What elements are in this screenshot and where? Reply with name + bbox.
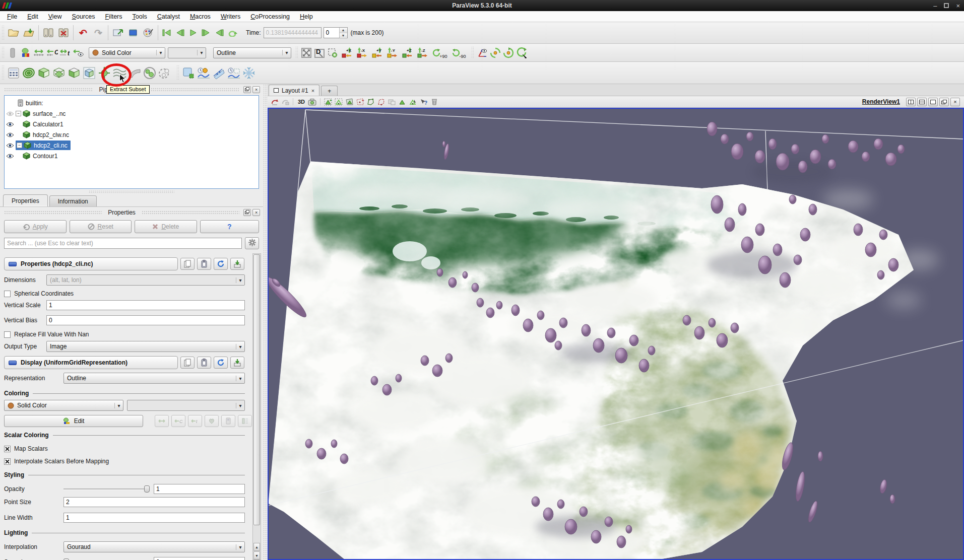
vertical-bias-field[interactable] <box>46 315 245 325</box>
calculator-filter-button[interactable] <box>6 65 21 81</box>
render-viewport[interactable] <box>268 108 964 560</box>
rescale-data-range-mini-button[interactable] <box>155 415 169 427</box>
rescale-over-time-mini-button[interactable]: t <box>188 415 202 427</box>
show-center-button[interactable] <box>515 46 528 59</box>
menu-macros[interactable]: Macros <box>185 12 216 22</box>
extract-subset-filter-button[interactable] <box>82 65 97 81</box>
select-block-button[interactable] <box>387 97 397 106</box>
show-color-legend-mini-button[interactable] <box>238 415 252 427</box>
paste-display-button[interactable] <box>197 357 211 369</box>
redo-button[interactable]: ↷ <box>91 25 106 40</box>
edit-color-map-button-panel[interactable]: Edit <box>4 415 143 427</box>
frame-spin-up-icon[interactable]: ▲ <box>340 28 347 33</box>
tree-collapse-icon[interactable]: − <box>16 111 21 116</box>
pipeline-item-builtin[interactable]: builtin: <box>5 98 259 108</box>
properties-close-button[interactable]: × <box>252 209 260 216</box>
plot-selection-over-time-button[interactable] <box>196 65 211 81</box>
split-vertical-button[interactable] <box>917 98 927 106</box>
apply-button[interactable]: Apply <box>4 220 67 233</box>
maximize-button[interactable] <box>944 3 949 8</box>
zoom-to-selection-button[interactable] <box>326 46 339 59</box>
reset-camera-button[interactable] <box>300 46 313 59</box>
set-view-plus-z-button[interactable]: +Z <box>400 45 415 60</box>
connect-server-button[interactable] <box>41 25 56 40</box>
vertical-splitter[interactable] <box>263 84 268 560</box>
representation-combo-toolbar[interactable]: Outline ▾ <box>213 47 291 58</box>
minimize-button[interactable]: – <box>933 3 937 9</box>
output-type-combo[interactable]: Image▾ <box>46 341 245 352</box>
open-file-button[interactable] <box>6 25 21 40</box>
tab-properties[interactable]: Properties <box>3 194 48 206</box>
temporal-interpolator-button[interactable] <box>241 65 256 81</box>
visibility-eye-icon[interactable] <box>5 122 16 127</box>
replace-fill-checkbox[interactable] <box>4 331 11 338</box>
scroll-down-button[interactable]: ▼ <box>253 551 260 559</box>
select-polygon-points-button[interactable] <box>376 97 386 106</box>
zoom-to-data-button[interactable]: D <box>313 46 326 59</box>
opacity-field[interactable] <box>154 484 245 494</box>
scroll-up-button[interactable]: ▲ <box>253 543 260 551</box>
menu-catalyst[interactable]: Catalyst <box>152 12 185 22</box>
scrollbar-thumb[interactable] <box>253 254 260 525</box>
vcr-first-frame-button[interactable] <box>160 26 173 39</box>
frame-spin-down-icon[interactable]: ▼ <box>340 33 347 39</box>
reload-properties-button[interactable] <box>214 258 228 270</box>
vertical-scale-field[interactable] <box>46 300 245 310</box>
reload-display-button[interactable] <box>214 357 228 369</box>
line-width-field[interactable] <box>63 513 245 523</box>
select-points-on-surface-button[interactable] <box>334 97 344 106</box>
warp-filter-button[interactable] <box>127 65 142 81</box>
vcr-last-frame-button[interactable] <box>213 26 226 39</box>
pipeline-item-surface-nc[interactable]: − surface_..nc <box>5 108 259 119</box>
save-to-preset-button[interactable] <box>221 415 235 427</box>
map-scalars-checkbox[interactable] <box>4 446 11 452</box>
undo-button[interactable]: ↶ <box>76 25 91 40</box>
pipeline-float-button[interactable] <box>243 86 251 93</box>
color-array-combo[interactable]: Solid Color ▾ <box>4 400 123 411</box>
visibility-eye-icon[interactable] <box>5 132 16 137</box>
set-view-plus-x-button[interactable]: +X <box>339 45 354 60</box>
rescale-to-data-range-button[interactable] <box>32 46 45 59</box>
interactive-select-cells-button[interactable] <box>398 97 407 106</box>
specular-field[interactable] <box>154 557 245 560</box>
visibility-eye-icon[interactable] <box>5 143 16 148</box>
rotate-90-cw-button[interactable]: +90 <box>430 45 449 60</box>
toggle-2d-3d-button[interactable]: 3D <box>296 99 306 105</box>
maximize-view-button[interactable] <box>928 98 938 106</box>
pipeline-item-calculator1[interactable]: Calculator1 <box>5 119 259 129</box>
menu-writers[interactable]: Writers <box>216 12 245 22</box>
new-layout-tab[interactable]: + <box>321 86 338 96</box>
auto-apply-button[interactable] <box>110 25 125 40</box>
rescale-to-visible-button[interactable] <box>72 46 85 59</box>
pipeline-item-hdcp2-cli-nc[interactable]: − hdcp2_cli.nc <box>5 140 259 151</box>
menu-coprocessing[interactable]: CoProcessing <box>245 12 295 22</box>
camera-link-icon[interactable] <box>280 97 290 106</box>
set-view-minus-z-button[interactable]: -Z <box>415 45 430 60</box>
tab-information[interactable]: Information <box>49 195 97 206</box>
source-properties-header[interactable]: Properties (hdcp2_cli.nc) <box>4 257 178 270</box>
visibility-eye-icon[interactable] <box>5 111 16 116</box>
paste-properties-button[interactable] <box>197 258 211 270</box>
visibility-eye-icon[interactable] <box>5 154 16 159</box>
spherical-coordinates-checkbox[interactable] <box>4 291 11 297</box>
vcr-next-button[interactable] <box>200 26 213 39</box>
color-component-combo[interactable]: ▾ <box>168 47 206 58</box>
search-input[interactable] <box>4 238 242 249</box>
tab-layout-1[interactable]: Layout #1 × <box>269 85 319 96</box>
vcr-play-button[interactable] <box>186 26 200 39</box>
plot-data-button[interactable] <box>211 65 226 81</box>
plot-global-variables-button[interactable] <box>226 65 241 81</box>
frame-spinbox[interactable]: ▲▼ <box>324 27 348 38</box>
plot-over-line-button[interactable] <box>181 65 196 81</box>
capture-screenshot-button[interactable] <box>307 97 317 106</box>
toggle-color-legend-button[interactable] <box>6 46 19 59</box>
glyph-filter-button[interactable] <box>97 65 112 81</box>
center-axes-visibility-button[interactable] <box>476 46 489 59</box>
menu-file[interactable]: File <box>2 12 22 22</box>
properties-dock-titlebar[interactable]: Properties × <box>0 207 263 218</box>
save-defaults-button[interactable] <box>230 258 244 270</box>
frame-value-input[interactable] <box>324 28 339 38</box>
menu-edit[interactable]: Edit <box>22 12 43 22</box>
clear-selection-button[interactable] <box>429 97 439 106</box>
threshold-filter-button[interactable] <box>67 65 82 81</box>
